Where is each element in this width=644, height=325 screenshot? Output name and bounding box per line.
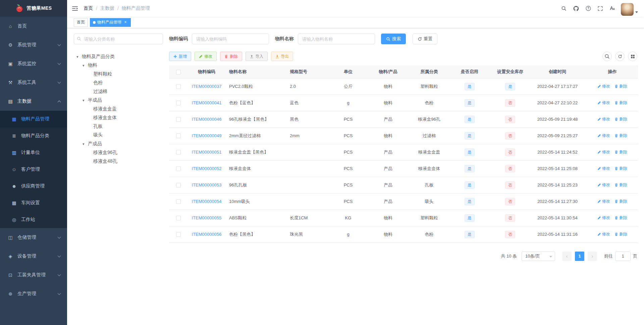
row-delete-button[interactable]: 删除 — [614, 166, 627, 171]
row-delete-button[interactable]: 删除 — [614, 231, 627, 237]
row-delete-button[interactable]: 删除 — [614, 199, 627, 204]
tree-node[interactable]: ▾ 物料 — [74, 61, 163, 70]
font-size-button[interactable] — [606, 0, 618, 17]
sidebar-item-workshop-settings[interactable]: ▩ 车间设置 — [0, 195, 67, 211]
tree-node[interactable]: 移液盒盒盖 — [74, 105, 163, 113]
reset-button[interactable]: 重置 — [413, 34, 437, 44]
sidebar-item-supplier-management[interactable]: ☻ 供应商管理 — [0, 178, 67, 195]
prev-page-button[interactable]: ‹ — [562, 252, 572, 261]
tab-material-product-management[interactable]: 物料产品管理× — [90, 18, 131, 27]
material-code-link[interactable]: ITEM00000055 — [192, 215, 222, 220]
row-checkbox[interactable] — [176, 117, 181, 122]
row-checkbox[interactable] — [176, 183, 181, 187]
help-button[interactable] — [582, 0, 594, 17]
tab-close-icon[interactable]: × — [123, 20, 128, 25]
search-button[interactable] — [558, 0, 570, 17]
row-checkbox[interactable] — [176, 232, 181, 237]
category-search-input[interactable] — [74, 34, 163, 44]
tree-node[interactable]: 移液盒96孔 — [74, 148, 163, 157]
row-checkbox[interactable] — [176, 150, 181, 155]
sidebar-item-master-data[interactable]: ▤ 主数据 — [0, 92, 67, 111]
tree-node[interactable]: 色粉 — [74, 78, 163, 87]
tree-node[interactable]: 孔板 — [74, 122, 163, 131]
sidebar-item-fixture-management[interactable]: ⊡ 工装夹具管理 — [0, 266, 67, 284]
sidebar-item-customer-management[interactable]: ☺ 客户管理 — [0, 161, 67, 178]
sidebar-item-material-product-management[interactable]: ▦ 物料产品管理 — [0, 111, 67, 127]
material-code-link[interactable]: ITEM00000037 — [192, 84, 222, 89]
row-edit-button[interactable]: 修改 — [597, 199, 610, 204]
tree-node[interactable]: ▾ 物料及产品分类 — [74, 52, 163, 61]
row-delete-button[interactable]: 删除 — [614, 100, 627, 106]
row-edit-button[interactable]: 修改 — [597, 166, 610, 171]
delete-button[interactable]: 删除 — [220, 52, 242, 61]
row-checkbox[interactable] — [176, 166, 181, 171]
sidebar-item-home[interactable]: ⌂ 首页 — [0, 17, 67, 36]
material-name-input[interactable] — [298, 34, 375, 44]
sidebar-item-material-product-category[interactable]: ≣ 物料产品分类 — [0, 127, 67, 144]
row-checkbox[interactable] — [176, 199, 181, 204]
row-edit-button[interactable]: 修改 — [597, 215, 610, 221]
material-code-link[interactable]: ITEM00000054 — [192, 199, 222, 204]
fullscreen-button[interactable] — [594, 0, 606, 17]
material-code-link[interactable]: ITEM00000056 — [192, 232, 222, 237]
sidebar-item-system-monitoring[interactable]: ▣ 系统监控 — [0, 54, 67, 73]
sidebar-item-system-tools[interactable]: ⚒ 系统工具 — [0, 73, 67, 92]
row-edit-button[interactable]: 修改 — [597, 100, 610, 106]
row-delete-button[interactable]: 删除 — [614, 84, 627, 89]
export-button[interactable]: 导出 — [271, 52, 293, 61]
material-code-link[interactable]: ITEM00000046 — [192, 117, 222, 122]
page-1-button[interactable]: 1 — [575, 252, 584, 261]
material-code-link[interactable]: ITEM00000049 — [192, 133, 222, 138]
tree-node[interactable]: 移液盒盒体 — [74, 113, 163, 122]
sidebar-item-measurement-unit[interactable]: ▥ 计量单位 — [0, 144, 67, 161]
row-delete-button[interactable]: 删除 — [614, 116, 627, 122]
tree-node[interactable]: 移液盒48孔 — [74, 157, 163, 166]
row-checkbox[interactable] — [176, 133, 181, 138]
sidebar-item-warehouse-management[interactable]: ◫ 仓储管理 — [0, 228, 67, 247]
goto-page-input[interactable] — [615, 252, 631, 261]
search-button[interactable]: 搜索 — [381, 34, 406, 44]
tab-home[interactable]: 首页 — [74, 18, 88, 27]
toggle-columns-button[interactable] — [628, 52, 637, 61]
row-delete-button[interactable]: 删除 — [614, 133, 627, 139]
refresh-button[interactable] — [615, 52, 625, 61]
user-avatar[interactable] — [621, 3, 634, 16]
material-code-link[interactable]: ITEM00000051 — [192, 150, 222, 155]
material-code-link[interactable]: ITEM00000041 — [192, 100, 222, 105]
sidebar-item-workstation[interactable]: ◎ 工作站 — [0, 211, 67, 228]
tree-node[interactable]: 塑料颗粒 — [74, 70, 163, 78]
breadcrumb-item[interactable]: 首页 — [84, 5, 93, 11]
row-edit-button[interactable]: 修改 — [597, 231, 610, 237]
row-checkbox[interactable] — [176, 216, 181, 220]
row-edit-button[interactable]: 修改 — [597, 133, 610, 139]
sidebar-item-system-management[interactable]: ⚙ 系统管理 — [0, 36, 67, 54]
material-code-input[interactable] — [192, 34, 269, 44]
sidebar-item-equipment-management[interactable]: ◈ 设备管理 — [0, 247, 67, 266]
material-code-link[interactable]: ITEM00000053 — [192, 182, 222, 187]
row-edit-button[interactable]: 修改 — [597, 116, 610, 122]
row-checkbox[interactable] — [176, 84, 181, 89]
sidebar-item-production-management[interactable]: ⊛ 生产管理 — [0, 284, 67, 303]
user-menu[interactable] — [621, 1, 638, 16]
app-logo[interactable]: 苦糖果MES — [0, 0, 67, 17]
tree-node[interactable]: 吸头 — [74, 131, 163, 140]
import-button[interactable]: 导入 — [246, 52, 268, 61]
row-delete-button[interactable]: 删除 — [614, 149, 627, 155]
select-all-checkbox[interactable] — [176, 70, 181, 74]
tree-node[interactable]: 过滤棉 — [74, 87, 163, 96]
edit-button[interactable]: 修改 — [195, 52, 217, 61]
row-delete-button[interactable]: 删除 — [614, 215, 627, 221]
material-code-link[interactable]: ITEM00000052 — [192, 166, 222, 171]
row-edit-button[interactable]: 修改 — [597, 182, 610, 188]
tree-node[interactable]: ▾ 半成品 — [74, 96, 163, 105]
row-delete-button[interactable]: 删除 — [614, 182, 627, 188]
sidebar-toggle-button[interactable] — [67, 0, 84, 17]
tree-node[interactable]: ▾ 产成品 — [74, 140, 163, 148]
row-edit-button[interactable]: 修改 — [597, 149, 610, 155]
page-size-select[interactable]: 10条/页 — [522, 252, 555, 261]
row-edit-button[interactable]: 修改 — [597, 84, 610, 89]
next-page-button[interactable]: › — [588, 252, 597, 261]
add-button[interactable]: 新增 — [169, 52, 191, 61]
row-checkbox[interactable] — [176, 101, 181, 105]
github-button[interactable] — [570, 0, 582, 17]
